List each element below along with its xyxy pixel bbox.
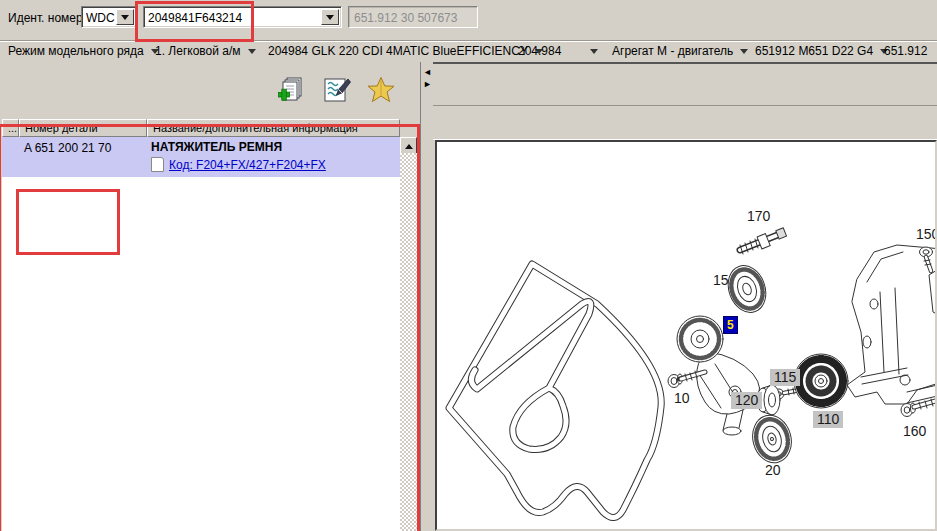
parts-table: ... Номер детали Название/дополнительная… <box>2 119 400 531</box>
callout-115[interactable]: 115 <box>770 369 800 386</box>
callout-5-selected[interactable]: 5 <box>723 316 738 334</box>
edit-notes-button[interactable] <box>321 75 351 105</box>
parts-list-panel: ... Номер детали Название/дополнительная… <box>0 62 420 531</box>
pulley-20 <box>747 411 796 467</box>
chevron-up-icon <box>405 140 413 149</box>
table-row[interactable]: A 651 200 21 70 НАТЯЖИТЕЛЬ РЕМНЯ Код: F2… <box>2 137 400 177</box>
id-type-combobox[interactable]: WDC <box>81 6 137 28</box>
parts-diagram <box>437 142 937 531</box>
callout-20[interactable]: 20 <box>765 462 781 478</box>
table-scrollbar[interactable] <box>400 137 417 531</box>
chevron-down-icon <box>248 49 256 58</box>
chevron-down-icon <box>740 49 748 58</box>
menu-aggregate[interactable]: Агрегат М - двигатель <box>612 44 748 58</box>
callout-110[interactable]: 110 <box>813 411 843 428</box>
engine-number-field: 651.912 30 507673 <box>348 6 478 28</box>
expand-right-icon[interactable]: ► <box>423 80 432 89</box>
bracket-150 <box>847 245 937 404</box>
callout-120[interactable]: 120 <box>731 392 762 409</box>
menu-engine-code[interactable]: 651.912 <box>884 44 927 58</box>
menu-model[interactable]: 204984 GLK 220 CDI 4MATIC BlueEFFICIENCY <box>268 44 543 58</box>
pulley-15 <box>722 260 772 317</box>
vin-input[interactable]: 2049841F643214 <box>148 11 321 25</box>
menu-model-range-mode[interactable]: Режим модельного ряда <box>8 44 159 58</box>
epc-window: Идент. номер WDC 2049841F643214 651.912 … <box>0 0 937 531</box>
id-type-dropdown-button[interactable] <box>116 9 134 25</box>
chevron-down-icon <box>590 49 598 58</box>
diagram-header-band <box>433 106 937 140</box>
diagram-image-area[interactable]: 170 15 5 10 115 120 110 20 150 160 <box>435 140 937 531</box>
id-type-value[interactable]: WDC <box>86 11 116 25</box>
table-header: ... Номер детали Название/дополнительная… <box>2 119 400 137</box>
menu-engine[interactable]: 651912 M651 D22 G4 <box>755 44 888 58</box>
navigation-menubar: Режим модельного ряда 1. Легковой а/м 20… <box>0 41 937 63</box>
callout-170[interactable]: 170 <box>747 208 770 224</box>
diagram-panel: 170 15 5 10 115 120 110 20 150 160 <box>433 62 937 531</box>
chevron-down-icon <box>326 15 334 24</box>
stud-170 <box>740 228 787 254</box>
part-code-link[interactable]: Код: F204+FX/427+F204+FX <box>169 158 326 172</box>
scrollbar-track[interactable] <box>400 153 417 531</box>
ident-bar: Идент. номер WDC 2049841F643214 651.912 … <box>0 0 937 41</box>
callout-10[interactable]: 10 <box>674 390 690 406</box>
ident-label: Идент. номер <box>8 11 83 25</box>
chevron-down-icon <box>121 15 129 24</box>
diagram-toolbar-band <box>433 62 937 106</box>
parts-toolbar <box>276 75 396 105</box>
part-number-cell[interactable]: A 651 200 21 70 <box>19 137 147 177</box>
pulley-110 <box>794 354 848 408</box>
add-document-button[interactable] <box>276 75 306 105</box>
main-content: ... Номер детали Название/дополнительная… <box>0 62 937 531</box>
column-header-icon[interactable]: ... <box>2 119 19 137</box>
document-icon <box>151 157 164 172</box>
column-header-part-number[interactable]: Номер детали <box>19 119 147 137</box>
column-header-name[interactable]: Название/дополнительная информация <box>147 119 400 137</box>
menu-model-code[interactable]: 204.984 <box>518 44 598 58</box>
part-name: НАТЯЖИТЕЛЬ РЕМНЯ <box>151 140 396 154</box>
menu-vehicle-class[interactable]: 1. Легковой а/м <box>155 44 256 58</box>
callout-150[interactable]: 150 <box>916 226 937 242</box>
vin-dropdown-button[interactable] <box>321 9 339 25</box>
callout-160[interactable]: 160 <box>903 423 926 439</box>
belt-outline <box>449 264 661 518</box>
callout-15[interactable]: 15 <box>713 272 729 288</box>
vin-combobox[interactable]: 2049841F643214 <box>143 6 342 28</box>
collapse-left-icon[interactable]: ◄ <box>423 68 432 77</box>
favorites-star-button[interactable] <box>366 75 396 105</box>
